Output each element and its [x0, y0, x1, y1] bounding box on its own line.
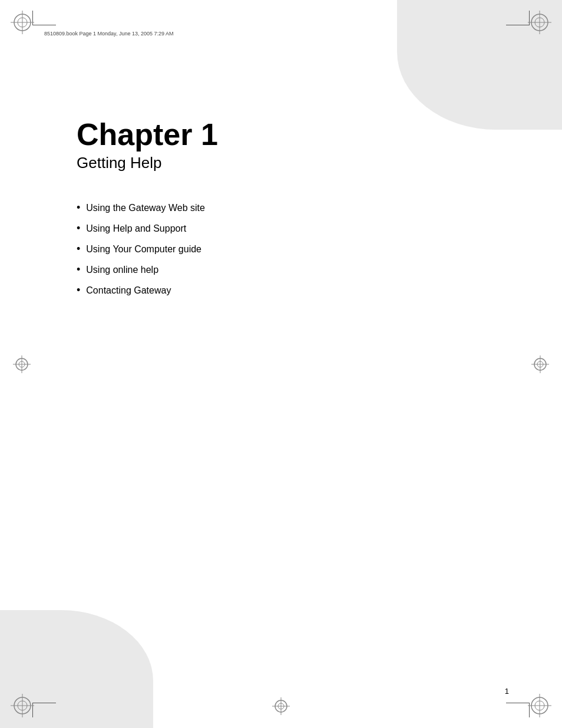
- list-item: Using Your Computer guide: [77, 243, 503, 255]
- page: 8510809.book Page 1 Monday, June 13, 200…: [0, 0, 562, 728]
- list-item: Using Help and Support: [77, 222, 503, 235]
- list-item: Using the Gateway Web site: [77, 202, 503, 214]
- header-metadata: 8510809.book Page 1 Monday, June 13, 200…: [44, 31, 174, 37]
- topic-list: Using the Gateway Web siteUsing Help and…: [77, 202, 503, 297]
- list-item: Using online help: [77, 263, 503, 276]
- registration-mark-mid-right: [531, 355, 549, 373]
- chapter-title: Chapter 1: [77, 118, 503, 151]
- border-line: [506, 703, 530, 703]
- main-content: Chapter 1 Getting Help Using the Gateway…: [77, 118, 503, 305]
- page-number: 1: [505, 687, 509, 696]
- registration-mark-top-right: [528, 11, 551, 34]
- list-item: Contacting Gateway: [77, 284, 503, 297]
- registration-mark-bottom-left: [11, 694, 34, 717]
- registration-mark-mid-left: [13, 355, 31, 373]
- registration-mark-bottom-right: [528, 694, 551, 717]
- registration-mark-top-left: [11, 11, 34, 34]
- registration-mark-mid-bottom: [272, 697, 290, 715]
- border-line: [32, 25, 56, 25]
- border-line: [506, 25, 530, 25]
- chapter-subtitle: Getting Help: [77, 154, 503, 172]
- border-line: [32, 703, 56, 703]
